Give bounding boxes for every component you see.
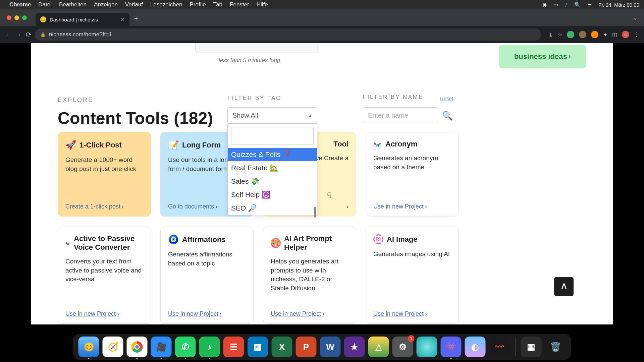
extensions-puzzle-icon[interactable]: ✦ bbox=[603, 32, 607, 38]
card-ai-image[interactable]: 🖼AI Image Generates images using AI Use … bbox=[366, 227, 459, 324]
install-app-icon[interactable]: ⤓ bbox=[548, 32, 553, 38]
search-icon[interactable]: 🔍 bbox=[442, 111, 453, 121]
palette-icon: 🎨 bbox=[271, 238, 281, 248]
menubar-item-hilfe[interactable]: Hilfe bbox=[257, 1, 268, 8]
chevron-right-icon: › bbox=[425, 203, 427, 210]
card-action-link[interactable]: Use in new Project bbox=[373, 203, 424, 210]
dropdown-option-real-estate[interactable]: Real Estate 🏡 bbox=[228, 161, 317, 175]
wifi-icon[interactable]: ⦚ bbox=[565, 2, 568, 8]
card-ai-art-prompt[interactable]: 🎨AI Art Prompt Helper Helps you generate… bbox=[263, 227, 356, 324]
chrome-toolbar: ← → ⟳ 🔒 nichesss.com/home?ft=1 ⤓ ☆ ✦ ◫ s… bbox=[0, 26, 644, 43]
window-minimize-button[interactable] bbox=[14, 15, 19, 20]
battery-icon[interactable]: ▭ bbox=[553, 2, 558, 8]
chrome-tabstrip: 😊 Dashboard | nichesss ✕ + ⌄ bbox=[0, 9, 644, 26]
menubar-item-anzeigen[interactable]: Anzeigen bbox=[94, 1, 118, 8]
dock-app-safari[interactable]: 🧭 bbox=[103, 337, 123, 357]
window-close-button[interactable] bbox=[7, 15, 11, 20]
menubar-item-verlauf[interactable]: Verlauf bbox=[125, 1, 143, 8]
dock-trash[interactable]: 🗑️ bbox=[545, 337, 566, 357]
page-title: Content Tools (182) bbox=[58, 109, 213, 128]
dropdown-search-input[interactable] bbox=[231, 127, 314, 144]
business-ideas-link[interactable]: business ideas bbox=[514, 52, 567, 61]
dropdown-scrollbar[interactable] bbox=[314, 207, 316, 218]
reset-link[interactable]: Reset bbox=[440, 96, 453, 101]
menubar-app-name[interactable]: Chrome bbox=[9, 1, 31, 8]
tag-filter-dropdown: Quizzes & Polls ❓ Real Estate 🏡 Sales 💸 … bbox=[227, 123, 317, 215]
menubar-item-tab[interactable]: Tab bbox=[213, 1, 222, 8]
dock-app-launchpad[interactable]: ▦ bbox=[521, 337, 542, 357]
extension-icon-1[interactable] bbox=[567, 31, 574, 38]
dock-app-powerpoint[interactable]: P bbox=[296, 337, 317, 357]
profile-avatar[interactable]: s bbox=[622, 31, 629, 38]
dock-app-todoist[interactable]: ☰ bbox=[223, 337, 244, 357]
window-zoom-button[interactable] bbox=[22, 15, 27, 20]
card-title: Active to Passive Voice Converter bbox=[74, 234, 143, 252]
dock-app-discord[interactable]: 👾 bbox=[441, 337, 462, 357]
card-action-link[interactable]: Use in new Project bbox=[65, 310, 116, 317]
video-thumbnail[interactable] bbox=[195, 43, 319, 53]
reload-button[interactable]: ⟳ bbox=[25, 31, 32, 39]
dock-app-generic-2[interactable]: ◐ bbox=[465, 337, 486, 357]
image-icon: 🖼 bbox=[373, 234, 383, 244]
menubar-clock[interactable]: Fr. 24. März 09:09 bbox=[598, 2, 639, 8]
dock-app-zoom[interactable]: 🎥 bbox=[151, 337, 172, 357]
dock-app-chrome[interactable] bbox=[127, 337, 148, 357]
dock-app-generic-1[interactable] bbox=[417, 337, 437, 357]
business-ideas-card[interactable]: business ideas› bbox=[499, 45, 586, 68]
dock-app-spotify[interactable]: ♪ bbox=[199, 337, 220, 357]
back-button[interactable]: ← bbox=[5, 31, 12, 39]
card-action-link[interactable]: Go to documents bbox=[168, 203, 214, 210]
menubar-item-datei[interactable]: Datei bbox=[38, 1, 52, 8]
tag-filter-select[interactable]: Show All ▲ bbox=[227, 107, 317, 123]
card-active-passive[interactable]: ABc Active to Passive Voice Converter Co… bbox=[58, 227, 151, 324]
menubar-item-bearbeiten[interactable]: Bearbeiten bbox=[59, 1, 87, 8]
address-bar[interactable]: 🔒 nichesss.com/home?ft=1 bbox=[35, 28, 541, 41]
control-center-icon[interactable]: ☰ bbox=[587, 2, 592, 8]
card-action-link[interactable]: Use in new Project bbox=[168, 310, 218, 317]
extension-icon-3[interactable] bbox=[591, 31, 598, 38]
browser-tab[interactable]: 😊 Dashboard | nichesss ✕ bbox=[36, 13, 129, 26]
card-affirmations[interactable]: 🧿Affirmations Generates affirmations bas… bbox=[160, 227, 254, 324]
scroll-to-top-button[interactable]: ᐱ bbox=[554, 277, 574, 296]
dropdown-option-seo[interactable]: SEO 🔎 bbox=[228, 201, 317, 215]
card-title: Acronym bbox=[385, 140, 417, 148]
tabs-dropdown-icon[interactable]: ⌄ bbox=[633, 15, 637, 21]
dropdown-option-quizzes-polls[interactable]: Quizzes & Polls ❓ bbox=[228, 148, 317, 161]
dropdown-option-self-help[interactable]: Self Help ☮️ bbox=[228, 188, 317, 201]
dock-app-drive[interactable]: △ bbox=[368, 337, 389, 357]
card-action-link[interactable]: Use in new Project bbox=[271, 310, 321, 317]
dock-app-settings[interactable]: ⚙1 bbox=[392, 337, 413, 357]
menubar-item-profile[interactable]: Profile bbox=[190, 1, 206, 8]
chrome-menu-icon[interactable]: ⋮ bbox=[634, 32, 639, 38]
dock-app-imovie[interactable]: ★ bbox=[344, 337, 365, 357]
card-title: Affirmations bbox=[182, 235, 226, 244]
name-filter-input[interactable]: Enter a name bbox=[363, 107, 438, 123]
forward-button[interactable]: → bbox=[15, 31, 22, 39]
card-action-link[interactable]: Use in new Project bbox=[373, 310, 424, 317]
bookmark-star-icon[interactable]: ☆ bbox=[557, 32, 562, 38]
screenrec-icon[interactable]: ◉ bbox=[542, 2, 547, 8]
card-acronym[interactable]: ABc Acronym Generates an acronym based o… bbox=[366, 132, 459, 217]
card-desc: Converts your text from active to passiv… bbox=[65, 257, 143, 284]
dock-app-whatsapp[interactable]: ✆ bbox=[175, 337, 196, 357]
page-content: less than 5 minutes long business ideas›… bbox=[31, 43, 613, 324]
dropdown-option-sales[interactable]: Sales 💸 bbox=[228, 175, 317, 188]
filter-name-label: FILTER BY NAME bbox=[363, 94, 423, 101]
sidepanel-icon[interactable]: ◫ bbox=[612, 32, 617, 38]
dock-app-finder[interactable]: 😊 bbox=[78, 337, 99, 357]
dock-app-word[interactable]: W bbox=[320, 337, 341, 357]
dock-app-generic-3[interactable]: 〰 bbox=[489, 337, 510, 357]
extension-icon-2[interactable] bbox=[579, 31, 586, 38]
dock-app-excel[interactable]: X bbox=[272, 337, 292, 357]
menubar-item-lesezeichen[interactable]: Lesezeichen bbox=[150, 1, 182, 8]
new-tab-button[interactable]: + bbox=[134, 15, 138, 23]
tab-close-icon[interactable]: ✕ bbox=[121, 17, 125, 22]
card-action-link[interactable]: Create a 1-click post bbox=[65, 203, 120, 210]
dock-app-trello[interactable]: ▦ bbox=[248, 337, 268, 357]
menubar-item-fenster[interactable]: Fenster bbox=[230, 1, 249, 8]
spotlight-icon[interactable]: 🔍 bbox=[574, 2, 581, 8]
card-1-click-post[interactable]: 🚀1-Click Post Generate a 1000+ word blog… bbox=[58, 132, 151, 217]
macos-dock: 😊 🧭 🎥 ✆ ♪ ☰ ▦ X P W ★ △ ⚙1 👾 ◐ 〰 ▦ 🗑️ bbox=[73, 334, 571, 360]
abc-icon: ABc bbox=[65, 239, 70, 247]
lock-icon[interactable]: 🔒 bbox=[40, 32, 46, 37]
